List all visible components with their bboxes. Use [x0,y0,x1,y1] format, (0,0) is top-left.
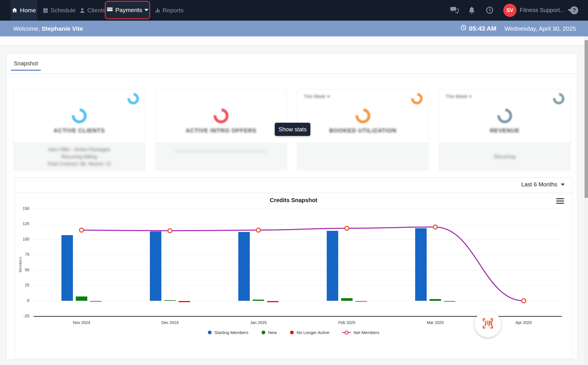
gridline [34,255,562,255]
footer-line: Recurring Billing [61,154,97,160]
chevron-down-icon [561,184,565,186]
barcode-scan-icon [480,316,495,332]
avatar-initials: SV [506,7,513,13]
avatar[interactable]: SV [503,4,517,17]
current-time: 05:43 AM [461,25,496,32]
main-content-card: Snapshot ACTIVE CLIENTS Intro Offer - Ac… [7,54,577,360]
bar-chart-icon [154,7,160,13]
nav-item-reports[interactable]: Reports [154,0,184,21]
show-stats-button[interactable]: Show stats [275,123,310,136]
credits-snapshot-chart: Credits Snapshot Members Starting Member… [15,193,572,359]
barcode-scan-button[interactable] [475,311,501,337]
x-tick-label: Feb 2025 [327,320,367,325]
clock-icon[interactable] [486,6,494,15]
stat-card-footer: Intro Offer - Active Packages Recurring … [14,143,145,170]
credit-card-icon [107,6,113,14]
legend-marker [343,331,351,335]
chevron-down-icon [327,96,330,97]
help-button[interactable]: ? [570,6,578,14]
clock-icon [461,25,467,32]
tab-snapshot[interactable]: Snapshot [11,57,41,71]
calendar-icon [42,7,49,13]
gridline [34,239,562,240]
gridline [34,224,562,224]
period-selector[interactable]: This Week [304,94,330,99]
chart-card-header: Last 6 Months [15,178,572,193]
chart-bar [150,231,161,301]
loading-spinner-icon [210,105,231,126]
sub-header-strip [0,36,588,46]
nav-item-label: Clients [87,7,106,14]
stat-card-booked-utilization[interactable]: This Week BOOKED UTILIZATION [297,89,429,170]
nav-item-schedule[interactable]: Schedule [42,0,76,21]
legend-label: New [268,330,277,335]
y-tick-label: 25 [17,283,29,287]
legend-item: Net Members [343,330,379,335]
stat-card-footer: Recurring [439,143,570,170]
legend-item: New [262,330,277,335]
nav-item-label: Reports [163,7,184,14]
loading-spinner-icon [125,91,141,107]
page-scrollbar-thumb[interactable] [585,40,588,198]
nav-item-label: Payments [115,7,142,13]
range-selector-dropdown[interactable]: Last 6 Months [521,181,565,188]
current-date: Wednesday, April 30, 2025 [504,25,576,32]
footer-line: Recurring [494,154,515,160]
x-tick-label: Nov 2024 [61,320,102,325]
y-axis-label: Members [18,242,22,288]
stat-card-revenue[interactable]: This Week REVENUE Recurring [439,89,570,170]
welcome-bar: Welcome, Stephanie Vite 05:43 AM Wednesd… [0,21,588,36]
chart-bar [253,300,264,301]
loading-spinner-icon [69,105,90,126]
footer-line: Intro Offer - Active Packages [48,147,110,153]
legend-label: Starting Members [214,330,248,335]
stat-card-title: ACTIVE CLIENTS [54,127,105,134]
bell-icon[interactable] [468,6,475,15]
stat-card-footer [156,143,287,170]
chart-menu-icon[interactable] [556,198,564,204]
chart-title: Credits Snapshot [15,197,572,204]
legend-label: No Longer Active [297,330,329,335]
help-icon: ? [572,7,576,13]
chevron-down-icon [469,96,472,97]
gridline [34,270,562,270]
nav-item-home[interactable]: Home [10,0,37,21]
gridline [34,301,562,301]
y-tick-label: 125 [17,221,29,226]
legend-marker [290,331,294,334]
chart-bar [90,301,102,302]
account-menu[interactable]: Fitness Support... [520,7,572,13]
credits-snapshot-card: Last 6 Months Credits Snapshot Members S… [15,177,572,359]
y-tick-label: 100 [17,237,29,241]
chart-bar [164,300,176,301]
chart-bar [341,298,353,301]
y-tick-label: 0 [17,298,29,303]
chart-bar [444,301,455,302]
chevron-down-icon [144,9,148,11]
x-tick-label: Apr 2025 [504,320,544,325]
chart-bar [61,235,73,301]
stat-card-active-intro-offers[interactable]: ACTIVE INTRO OFFERS [155,89,287,170]
period-selector[interactable]: This Week [446,94,472,99]
chart-bar [267,301,278,302]
chat-icon[interactable] [450,6,459,15]
loading-spinner-icon [551,91,567,107]
loading-spinner-icon [494,105,515,126]
gridline [34,285,562,286]
chart-bar [327,231,338,301]
chart-bar [238,232,250,301]
chart-bar [179,301,190,302]
y-tick-label: 50 [17,268,29,272]
legend-marker [262,331,265,334]
y-tick-label: -25 [17,314,29,318]
stat-card-active-clients[interactable]: ACTIVE CLIENTS Intro Offer - Active Pack… [13,89,145,170]
legend-item: No Longer Active [290,330,329,335]
nav-item-clients[interactable]: Clients [79,0,106,21]
person-icon [79,7,85,13]
tab-bar: Snapshot [7,54,577,74]
stat-card-footer [297,143,428,170]
legend-ring [345,331,349,335]
nav-item-payments[interactable]: Payments [105,1,150,19]
chart-bar [415,228,427,301]
x-tick-label: Mar 2025 [415,320,455,325]
